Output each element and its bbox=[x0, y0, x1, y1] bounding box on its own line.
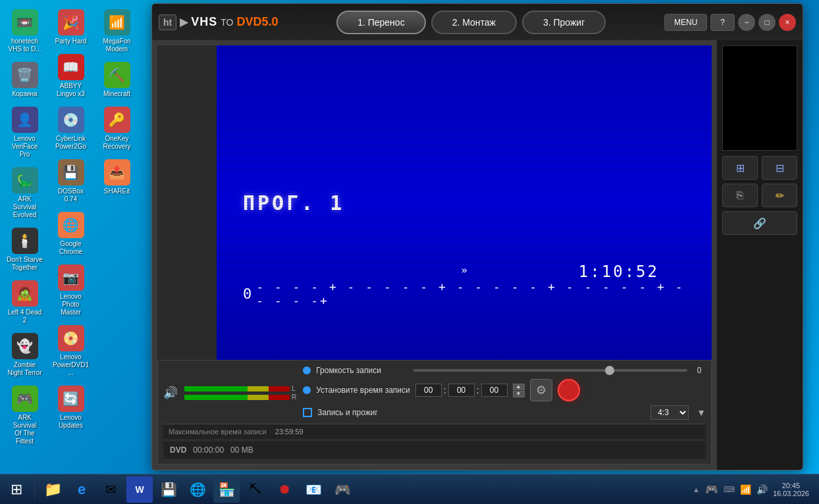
speaker-icon: 🔊 bbox=[163, 386, 178, 400]
verifacepro-icon: 👤 bbox=[12, 107, 38, 133]
logo-to: TO bbox=[221, 17, 233, 28]
time-hour-input[interactable] bbox=[415, 384, 442, 397]
desktop-icon-lenovopowerdvd[interactable]: 📀 LenovoPowerDVD1... bbox=[49, 322, 92, 380]
maximize-button[interactable]: □ bbox=[758, 14, 776, 31]
tab-transfer[interactable]: 1. Перенос bbox=[336, 11, 426, 34]
tab-montage[interactable]: 2. Монтаж bbox=[431, 11, 517, 34]
taskbar-icon-store[interactable]: 🏪 bbox=[213, 476, 240, 503]
tray-volume-icon[interactable]: 🔊 bbox=[756, 484, 768, 495]
record-button[interactable] bbox=[558, 379, 580, 401]
video-container: ПРОГ. 1 » 0 - - - - + - - - - - + - - - … bbox=[157, 45, 712, 360]
taskbar-icon-mail2[interactable]: 📧 bbox=[300, 476, 327, 503]
tool-add-frames-btn[interactable]: ⊞ bbox=[722, 156, 758, 180]
arksurvivalevolved-label: ARK SurvivalEvolved bbox=[6, 195, 43, 219]
taskbar-icon-minecraft-t[interactable]: ⛏ bbox=[242, 476, 269, 503]
desktop-icon-minecraft[interactable]: ⛏️ Minecraft bbox=[95, 59, 138, 101]
tool-link-btn[interactable]: 🔗 bbox=[722, 211, 797, 235]
start-button[interactable]: ⊞ bbox=[3, 476, 30, 503]
prog-text: ПРОГ. 1 bbox=[243, 191, 344, 214]
tool-copy-btn[interactable]: ⎘ bbox=[722, 184, 758, 207]
desktop-icon-korzina[interactable]: 🗑️ Корзина bbox=[3, 59, 46, 101]
nav-tabs: 1. Перенос 2. Монтаж 3. Прожиг bbox=[284, 11, 658, 34]
tray-network-icon[interactable]: 📶 bbox=[740, 484, 751, 495]
zombienight-label: ZombieNight Terror bbox=[7, 361, 41, 377]
taskbar-icon-record[interactable]: ⏺ bbox=[271, 476, 298, 503]
logo-dvd: DVD5.0 bbox=[236, 15, 278, 29]
time-label: Установите время записи bbox=[316, 386, 410, 395]
taskbar-icon-game[interactable]: 🎮 bbox=[329, 476, 356, 503]
controls-right: Громкость записи 0 Установите время запи… bbox=[303, 366, 706, 420]
desktop-icon-arksurvivalevolved[interactable]: 🦕 ARK SurvivalEvolved bbox=[3, 164, 46, 222]
tray-up-arrow-icon[interactable]: ▲ bbox=[693, 486, 700, 493]
minecraft-label: Minecraft bbox=[103, 90, 130, 98]
time-second-input[interactable] bbox=[481, 384, 508, 397]
taskbar-icon-chrome[interactable]: 🌐 bbox=[184, 476, 211, 503]
desktop-icon-lenovoupdates[interactable]: 🔄 LenovoUpdates bbox=[49, 383, 92, 432]
honetechvhs-label: honetechVHS to D... bbox=[8, 38, 41, 53]
honetechvhs-icon: 📼 bbox=[12, 9, 38, 36]
desktop-icon-lenovophoto[interactable]: 📷 LenovoPhoto Master bbox=[49, 262, 92, 319]
desktop-icon-cyberlink[interactable]: 💿 CyberLinkPower2Go bbox=[49, 104, 92, 153]
tray-steam-icon[interactable]: 🎮 bbox=[705, 483, 718, 495]
desktop-icon-megafon[interactable]: 📶 MegaFonModem bbox=[95, 7, 138, 56]
app-logo: ht ▶ VHS TO DVD5.0 bbox=[159, 14, 278, 30]
controls-top: 🔊 L R bbox=[163, 366, 706, 420]
desktop-icon-verifacepro[interactable]: 👤 LenovoVeriFace Pro bbox=[3, 104, 46, 161]
left4dead2-icon: 🧟 bbox=[12, 280, 38, 307]
taskbar-icon-mail[interactable]: ✉ bbox=[97, 476, 124, 503]
taskbar-icon-disk[interactable]: 💾 bbox=[155, 476, 182, 503]
dontstarvtogether-label: Don't StarveTogether bbox=[7, 256, 43, 272]
minimize-button[interactable]: − bbox=[738, 14, 755, 31]
googlechrome-icon: 🌐 bbox=[58, 212, 84, 238]
taskbar-icon-word[interactable]: W bbox=[126, 476, 153, 503]
app-content: ПРОГ. 1 » 0 - - - - + - - - - - + - - - … bbox=[152, 40, 803, 470]
volume-row: Громкость записи 0 bbox=[303, 366, 706, 375]
time-down-btn[interactable]: ▼ bbox=[513, 391, 525, 397]
title-bar: ht ▶ VHS TO DVD5.0 1. Перенос 2. Монтаж … bbox=[152, 4, 803, 40]
taskbar-icon-ie[interactable]: e bbox=[68, 476, 95, 503]
gear-button[interactable]: ⚙ bbox=[530, 379, 552, 401]
desktop-icon-left4dead2[interactable]: 🧟 Left 4 Dead 2 bbox=[3, 278, 46, 327]
desktop-icon-dontstarvtogether[interactable]: 🕯️ Don't StarveTogether bbox=[3, 225, 46, 274]
volume-slider[interactable] bbox=[413, 369, 687, 372]
desktop-icon-honetechvhs[interactable]: 📼 honetechVHS to D... bbox=[3, 7, 46, 56]
desktop-icon-partyhard[interactable]: 🎉 Party Hard bbox=[49, 7, 92, 48]
tab-burn[interactable]: 3. Прожиг bbox=[522, 11, 606, 34]
volume-meter: 🔊 bbox=[163, 386, 178, 400]
aspect-ratio-select[interactable]: 4:3 16:9 bbox=[650, 405, 689, 420]
tool-remove-frames-btn[interactable]: ⊟ bbox=[762, 156, 797, 180]
dosbox-icon: 💾 bbox=[58, 159, 84, 186]
volume-label: Громкость записи bbox=[316, 366, 408, 375]
title-buttons: MENU ? − □ × bbox=[664, 14, 796, 31]
taskbar: ⊞ 📁 e ✉ W 💾 🌐 🏪 ⛏ ⏺ 📧 🎮 ▲ 🎮 ⌨ 📶 🔊 20:45 … bbox=[0, 474, 819, 504]
right-panel: ⊞ ⊟ ⎘ ✏ 🔗 bbox=[717, 40, 803, 470]
time-indicator bbox=[303, 386, 311, 394]
taskbar-icon-files[interactable]: 📁 bbox=[40, 476, 66, 503]
desktop-icon-dosbox[interactable]: 💾 DOSBox 0.74 bbox=[49, 157, 92, 206]
desktop-icon-zombienight[interactable]: 👻 ZombieNight Terror bbox=[3, 330, 46, 380]
help-button[interactable]: ? bbox=[710, 14, 735, 31]
desktop-icon-abbyy[interactable]: 📖 ABBYYLingvo x3 bbox=[49, 51, 92, 101]
megafon-icon: 📶 bbox=[104, 9, 130, 36]
desktop-icons-container: 📼 honetechVHS to D... 🗑️ Корзина 👤 Lenov… bbox=[0, 0, 138, 474]
time-minute-input[interactable] bbox=[448, 384, 475, 397]
video-content: ПРОГ. 1 » 0 - - - - + - - - - - + - - - … bbox=[217, 45, 712, 360]
desktop-icon-shareit[interactable]: 📤 SHAREit bbox=[95, 157, 138, 198]
desktop-icon-arksurvival[interactable]: 🎮 ARK SurvivalOf The Fittest bbox=[3, 383, 46, 448]
system-clock[interactable]: 20:45 16.03.2026 bbox=[773, 482, 809, 497]
desktop-icon-onekeyrecovery[interactable]: 🔑 OneKeyRecovery bbox=[95, 104, 138, 153]
timeline-zero: 0 bbox=[243, 286, 253, 302]
lenovopowerdvd-label: LenovoPowerDVD1... bbox=[52, 353, 90, 377]
menu-button[interactable]: MENU bbox=[664, 14, 707, 31]
aspect-dropdown-icon[interactable]: ▼ bbox=[697, 407, 706, 418]
right-preview bbox=[722, 45, 797, 151]
time-row: Установите время записи : : ▲ bbox=[303, 379, 706, 401]
tool-edit-btn[interactable]: ✏ bbox=[762, 184, 797, 207]
close-button[interactable]: × bbox=[779, 14, 796, 31]
desktop-icon-googlechrome[interactable]: 🌐 GoogleChrome bbox=[49, 209, 92, 259]
shareit-icon: 📤 bbox=[104, 159, 130, 186]
record-burn-checkbox[interactable] bbox=[303, 408, 312, 417]
time-up-btn[interactable]: ▲ bbox=[513, 384, 525, 390]
lenovoupdates-icon: 🔄 bbox=[58, 386, 84, 412]
tray-keyboard-icon: ⌨ bbox=[724, 485, 735, 494]
